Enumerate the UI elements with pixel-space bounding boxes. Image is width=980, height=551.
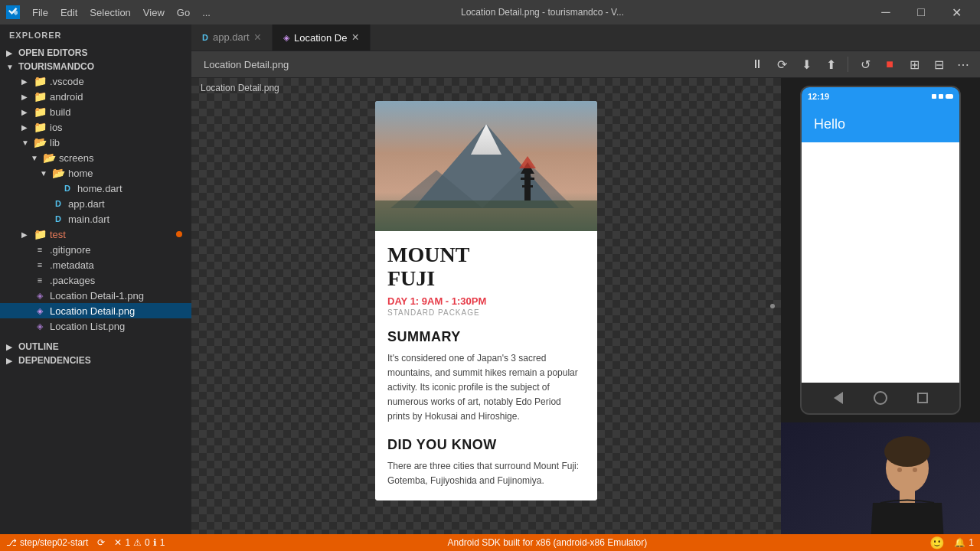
scroll-indicator [770,304,775,308]
screens-label: screens [59,152,94,164]
preview-filename: Location Detail.png [191,78,781,98]
tab-app-dart-close-icon[interactable]: × [254,31,261,44]
menu-selection[interactable]: Selection [83,5,136,20]
menu-file[interactable]: File [26,5,54,20]
maximize-button[interactable]: □ [903,0,939,24]
status-branch-name: step/step02-start [20,537,88,548]
tab-app-dart[interactable]: D app.dart × [191,24,273,51]
warning-icon: ⚠ [133,537,142,548]
open-editors-section[interactable]: ▶ OPEN EDITORS [0,46,191,60]
sidebar-item-metadata[interactable]: ▶ ≡ .metadata [0,257,191,272]
status-branch[interactable]: ⎇ step/step02-start [6,537,88,548]
location-detail-1-label: Location Detail-1.png [50,290,144,302]
phone-recent-button[interactable] [913,389,932,407]
sidebar-item-ios[interactable]: ▶ 📁 ios [0,119,191,135]
metadata-file-icon: ≡ [34,259,46,271]
dependencies-section[interactable]: ▶ DEPENDENCIES [0,354,191,367]
reset-button[interactable]: ↺ [854,54,876,75]
test-badge [176,231,182,237]
open-editors-label: OPEN EDITORS [18,47,87,58]
home-dart-file-icon: D [61,182,74,194]
status-sync[interactable]: ⟳ [97,537,105,548]
home-label: home [68,168,93,179]
sidebar-item-location-list[interactable]: ▶ ◈ Location List.png [0,318,191,334]
location-detail-1-file-icon: ◈ [34,289,46,302]
minimize-button[interactable]: ─ [868,0,903,24]
error-count: 1 [125,537,130,548]
root-folder-section[interactable]: ▼ TOURISMANDCO [0,60,191,73]
bell-icon: 🔔 [954,537,965,548]
preview-did-you-know-title: DID YOU KNOW [387,437,585,453]
menu-more[interactable]: ... [196,5,217,20]
menu-view[interactable]: View [137,5,171,20]
close-button[interactable]: ✕ [939,0,974,24]
sidebar-item-app-dart[interactable]: ▶ D app.dart [0,196,191,211]
status-errors[interactable]: ✕ 1 ⚠ 0 ℹ 1 [114,537,165,548]
sidebar-item-android[interactable]: ▶ 📁 android [0,89,191,104]
sidebar-item-lib[interactable]: ▼ 📂 lib [0,135,191,150]
upload-button[interactable]: ⬆ [820,54,841,75]
warning-count: 0 [145,537,150,548]
gitignore-file-icon: ≡ [34,243,46,256]
preview-summary-title: SUMMARY [387,329,585,345]
status-bar: ⎇ step/step02-start ⟳ ✕ 1 ⚠ 0 ℹ 1 Androi… [0,534,980,551]
tab-location-detail-close-icon[interactable]: × [351,31,358,44]
sidebar-item-screens[interactable]: ▼ 📂 screens [0,150,191,165]
open-editors-arrow: ▶ [6,49,15,57]
sidebar-item-packages[interactable]: ▶ ≡ .packages [0,272,191,288]
menu-edit[interactable]: Edit [54,5,83,20]
svg-rect-9 [522,185,533,187]
gitignore-label: .gitignore [50,244,90,256]
preview-title-line1: MOUNT [387,243,585,267]
sidebar-item-build[interactable]: ▶ 📁 build [0,104,191,119]
phone-frame: 12:19 Hello [800,86,961,415]
status-bell[interactable]: 🔔 1 [954,537,974,548]
ios-label: ios [50,122,63,133]
smiley-icon[interactable]: 🙂 [929,536,945,550]
tab-app-dart-file-icon: D [202,33,208,42]
stop-button[interactable]: ■ [879,54,900,75]
split-button[interactable]: ⊟ [928,54,949,75]
sidebar-item-home-dart[interactable]: ▶ D home.dart [0,181,191,196]
phone-nav-bar [802,383,959,413]
hot-reload-button[interactable]: ⟳ [771,54,792,75]
root-folder-label: TOURISMANDCO [18,61,94,72]
preview-content: MOUNT FUJI DAY 1: 9AM - 1:30PM STANDARD … [375,101,597,500]
home-circle-icon [874,391,887,405]
sidebar-item-main-dart[interactable]: ▶ D main.dart [0,211,191,227]
location-detail-label: Location Detail.png [50,305,135,317]
back-triangle-icon [834,392,843,404]
git-branch-icon: ⎇ [6,537,17,548]
sidebar-item-location-detail-1[interactable]: ▶ ◈ Location Detail-1.png [0,288,191,303]
sidebar-item-home[interactable]: ▼ 📂 home [0,165,191,181]
preview-card-body: MOUNT FUJI DAY 1: 9AM - 1:30PM STANDARD … [375,231,597,500]
menu-go[interactable]: Go [171,5,196,20]
sidebar: EXPLORER ▶ OPEN EDITORS ▼ TOURISMANDCO ▶… [0,24,191,534]
status-center: Android SDK built for x86 (android-x86 E… [174,537,920,548]
lib-arrow-icon: ▼ [21,139,31,147]
phone-home-button[interactable] [871,389,890,407]
android-label: android [50,91,83,103]
pause-button[interactable]: ⏸ [746,54,768,75]
tab-location-detail-label: Location De [294,32,347,44]
ios-folder-icon: 📁 [34,121,46,133]
sidebar-item-location-detail[interactable]: ▶ ◈ Location Detail.png [0,303,191,318]
content-area: D app.dart × ◈ Location De × Location De… [191,24,980,534]
layout-button[interactable]: ⊞ [903,54,925,75]
explorer-header: EXPLORER [0,24,191,46]
phone-app-title: Hello [814,116,845,132]
preview-subtitle: DAY 1: 9AM - 1:30PM [387,295,585,307]
outline-label: OUTLINE [18,341,59,352]
sidebar-item-gitignore[interactable]: ▶ ≡ .gitignore [0,242,191,257]
toolbar-separator [848,57,848,72]
tab-app-dart-label: app.dart [213,31,250,43]
phone-back-button[interactable] [829,389,848,407]
more-actions-button[interactable]: ⋯ [952,54,974,75]
outline-section[interactable]: ▶ OUTLINE [0,340,191,354]
download-button[interactable]: ⬇ [795,54,817,75]
tab-location-detail[interactable]: ◈ Location De × [273,24,371,51]
tab-location-detail-file-icon: ◈ [283,33,289,43]
sidebar-item-test[interactable]: ▶ 📁 test [0,227,191,242]
tab-bar: D app.dart × ◈ Location De × [191,24,980,51]
sidebar-item-vscode[interactable]: ▶ 📁 .vscode [0,73,191,89]
